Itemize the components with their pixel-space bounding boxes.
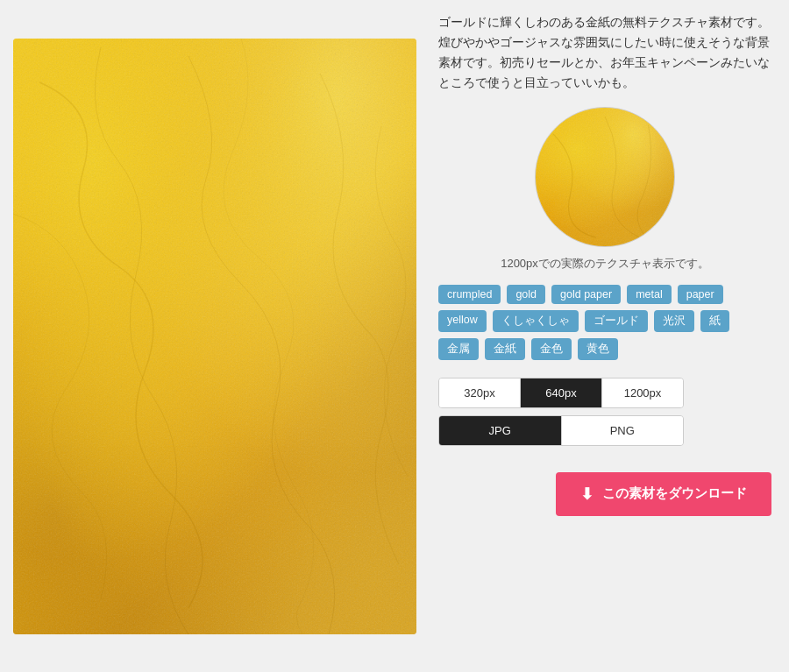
tag-gold-color[interactable]: 金色 [531,338,572,360]
download-icon: ⬇ [580,485,594,504]
size-640[interactable]: 640px [521,378,602,407]
tag-metal-jp[interactable]: 金属 [438,338,479,360]
tag-gloss[interactable]: 光沢 [654,310,694,332]
tag-yellow[interactable]: yellow [438,310,487,332]
description-text: ゴールドに輝くしわのある金紙の無料テクスチャ素材です。煌びやかやゴージャスな雰囲… [438,13,771,94]
size-320[interactable]: 320px [439,378,521,407]
thumbnail-section: 1200pxでの実際のテクスチャ表示です。 [438,107,771,272]
svg-rect-0 [13,39,416,634]
gold-texture-inner [13,39,416,634]
tag-gold[interactable]: gold [507,285,545,304]
download-button[interactable]: ⬇ この素材をダウンロード [556,472,771,516]
tag-gold-paper-jp[interactable]: 金紙 [485,338,525,360]
format-png[interactable]: PNG [562,416,684,445]
left-panel [0,0,430,672]
size-selector: 320px 640px 1200px [438,378,684,408]
tag-paper-jp[interactable]: 紙 [700,310,729,332]
tag-yellow-jp[interactable]: 黄色 [578,338,618,360]
tag-paper[interactable]: paper [678,285,723,304]
tag-metal[interactable]: metal [627,285,672,304]
size-1200[interactable]: 1200px [602,378,683,407]
download-label: この素材をダウンロード [602,485,747,502]
tag-crumpled[interactable]: crumpled [438,285,501,304]
gold-texture-image [13,39,416,634]
svg-rect-1 [536,108,674,246]
tag-kusyakusya[interactable]: くしゃくしゃ [493,310,579,332]
thumbnail-gold-inner [536,108,674,246]
format-jpg[interactable]: JPG [439,416,562,445]
texture-overlay-svg [13,39,416,634]
right-panel: ゴールドに輝くしわのある金紙の無料テクスチャ素材です。煌びやかやゴージャスな雰囲… [430,0,789,534]
thumbnail-caption: 1200pxでの実際のテクスチャ表示です。 [501,256,709,272]
format-selector: JPG PNG [438,415,684,446]
thumbnail-texture-svg [536,108,674,246]
selectors-group: 320px 640px 1200px JPG PNG [438,378,771,446]
tag-gold-paper[interactable]: gold paper [551,285,621,304]
tags-section: crumpled gold gold paper metal paper yel… [438,285,771,360]
page-container: ゴールドに輝くしわのある金紙の無料テクスチャ素材です。煌びやかやゴージャスな雰囲… [0,0,789,672]
tag-gold-jp[interactable]: ゴールド [585,310,648,332]
thumbnail-circle [535,107,675,247]
